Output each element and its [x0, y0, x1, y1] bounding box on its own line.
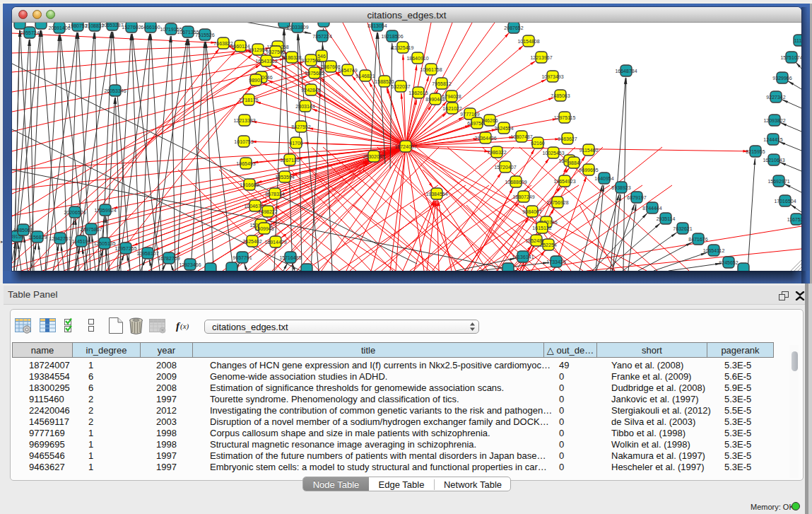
svg-text:9084067: 9084067 [522, 209, 541, 214]
svg-text:5875685: 5875685 [305, 71, 324, 76]
svg-text:9327505: 9327505 [266, 49, 285, 54]
svg-text:6466160: 6466160 [141, 25, 160, 30]
svg-text:9227342: 9227342 [766, 95, 785, 100]
svg-text:15716485: 15716485 [279, 255, 301, 260]
svg-text:12505135: 12505135 [93, 241, 115, 246]
svg-text:23975867: 23975867 [80, 227, 102, 232]
svg-text:1615132: 1615132 [532, 226, 551, 230]
svg-text:1965493: 1965493 [236, 161, 255, 166]
svg-text:1010753: 1010753 [234, 139, 253, 144]
svg-text:17016504: 17016504 [774, 199, 796, 204]
svg-text:8186328: 8186328 [282, 55, 301, 60]
svg-text:8813054: 8813054 [367, 23, 387, 28]
svg-text:10154808: 10154808 [517, 39, 539, 44]
svg-text:21364436: 21364436 [474, 136, 496, 141]
svg-text:10025453: 10025453 [542, 151, 564, 156]
svg-text:1244415: 1244415 [763, 137, 782, 142]
svg-text:7485063: 7485063 [551, 93, 570, 98]
svg-text:1156829: 1156829 [28, 235, 47, 240]
svg-text:12093822: 12093822 [763, 118, 785, 123]
svg-text:15720407: 15720407 [494, 165, 516, 170]
svg-text:3624554: 3624554 [494, 126, 513, 131]
svg-text:1362615: 1362615 [408, 90, 428, 95]
svg-text:8471676: 8471676 [688, 237, 707, 242]
svg-text:15751074: 15751074 [780, 55, 801, 60]
svg-text:1167533: 1167533 [787, 217, 801, 222]
svg-text:12975115: 12975115 [554, 115, 576, 120]
svg-text:8678334: 8678334 [265, 192, 284, 197]
svg-text:9657791: 9657791 [233, 255, 252, 260]
svg-text:252254: 252254 [540, 243, 556, 247]
svg-text:9699695: 9699695 [579, 168, 598, 173]
svg-text:18724007: 18724007 [394, 144, 416, 149]
svg-text:6794028: 6794028 [442, 94, 461, 99]
svg-text:15692971: 15692971 [767, 179, 789, 184]
svg-text:1112: 1112 [794, 38, 801, 43]
svg-text:1733426: 1733426 [546, 259, 565, 264]
svg-text:1621022: 1621022 [442, 106, 461, 111]
svg-text:12213383: 12213383 [233, 118, 255, 123]
svg-text:16648784: 16648784 [615, 69, 637, 74]
svg-text:19756928: 19756928 [546, 200, 568, 205]
svg-text:1588520: 1588520 [375, 79, 394, 84]
svg-text:7632621: 7632621 [673, 226, 692, 231]
svg-text:9242848: 9242848 [301, 88, 320, 93]
svg-text:7857224: 7857224 [312, 34, 331, 39]
svg-text:10958107: 10958107 [136, 251, 158, 256]
svg-text:1145194: 1145194 [72, 239, 91, 244]
svg-text:1585061: 1585061 [13, 228, 33, 233]
svg-text:8454749: 8454749 [338, 68, 357, 73]
svg-text:8215955: 8215955 [746, 149, 765, 154]
svg-text:1640954: 1640954 [594, 176, 613, 181]
svg-text:10961758: 10961758 [420, 67, 442, 72]
svg-text:2803144: 2803144 [295, 104, 314, 109]
svg-text:9777169: 9777169 [460, 112, 479, 117]
svg-text:10973493: 10973493 [541, 74, 563, 79]
svg-text:9327508: 9327508 [301, 58, 320, 63]
svg-text:9115460: 9115460 [579, 148, 599, 153]
svg-text:(x): (x) [180, 322, 189, 331]
svg-text:8744444: 8744444 [642, 206, 661, 211]
svg-text:18640910: 18640910 [406, 56, 428, 61]
svg-text:10688609: 10688609 [505, 180, 526, 185]
svg-text:5322037: 5322037 [391, 84, 410, 89]
svg-text:12213967: 12213967 [530, 55, 552, 60]
svg-text:18807249: 18807249 [512, 194, 534, 199]
svg-text:1498222: 1498222 [258, 209, 277, 214]
svg-text:19218506: 19218506 [381, 34, 403, 39]
svg-text:2087652: 2087652 [504, 25, 523, 30]
svg-text:2935114: 2935114 [657, 216, 676, 221]
svg-text:20206576: 20206576 [64, 210, 86, 215]
svg-text:17359924: 17359924 [94, 208, 116, 213]
svg-text:746266: 746266 [481, 118, 498, 123]
svg-text:16033809: 16033809 [286, 25, 308, 30]
svg-text:10654112: 10654112 [703, 248, 725, 253]
svg-text:6879197: 6879197 [627, 195, 646, 200]
svg-text:2055724: 2055724 [20, 30, 39, 35]
svg-text:8912954: 8912954 [248, 47, 267, 52]
svg-text:8938923: 8938923 [611, 185, 630, 190]
svg-text:19654923: 19654923 [553, 179, 575, 184]
svg-text:1509948: 1509948 [254, 226, 273, 231]
svg-text:1527602: 1527602 [122, 25, 141, 30]
svg-text:41700: 41700 [289, 141, 303, 146]
svg-text:9884: 9884 [568, 160, 579, 165]
svg-text:16210643: 16210643 [763, 158, 784, 163]
svg-text:10653287: 10653287 [101, 23, 123, 28]
svg-text:8427552: 8427552 [291, 124, 310, 129]
svg-text:12923466: 12923466 [179, 262, 201, 267]
svg-text:7515526: 7515526 [195, 33, 214, 37]
svg-text:2718176: 2718176 [239, 98, 258, 103]
svg-text:7955812: 7955812 [432, 81, 451, 86]
svg-text:16914479: 16914479 [264, 240, 286, 245]
svg-text:25302085: 25302085 [363, 154, 384, 159]
svg-text:11325419: 11325419 [392, 45, 414, 50]
svg-text:9146821: 9146821 [355, 74, 375, 78]
svg-text:1353594: 1353594 [275, 175, 294, 180]
svg-text:12942757: 12942757 [49, 236, 71, 241]
svg-text:17957255: 17957255 [114, 246, 136, 251]
svg-text:98901: 98901 [249, 78, 263, 83]
svg-text:3267130: 3267130 [280, 158, 299, 163]
svg-text:26053346: 26053346 [104, 88, 126, 93]
svg-text:9329966: 9329966 [772, 76, 792, 81]
